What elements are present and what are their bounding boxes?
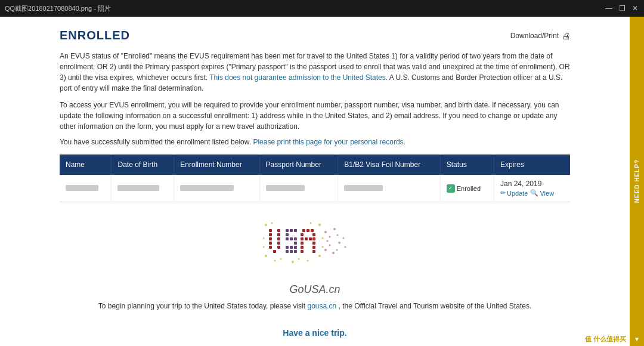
svg-point-64 — [336, 249, 338, 251]
svg-rect-38 — [312, 246, 315, 249]
svg-rect-23 — [286, 250, 289, 253]
action-cell: ✏ Update 🔍 View — [500, 189, 564, 197]
cell-name — [60, 175, 112, 202]
cell-expires: Jan 24, 2019 ✏ Update 🔍 View — [494, 175, 571, 202]
svg-point-56 — [324, 231, 327, 233]
minimize-button[interactable]: — — [605, 4, 613, 13]
svg-rect-35 — [301, 242, 304, 245]
gousa-section: GoUSA.cn To begin planning your trip to … — [60, 214, 570, 346]
enrollment-table: Name Date of Birth Enrollment Number Pas… — [60, 155, 570, 202]
travel-text-pre: To begin planning your trip to the Unite… — [98, 302, 305, 310]
content-area: ENROLLED Download/Print 🖨 An EVUS status… — [0, 17, 630, 346]
col-enrollment: Enrollment Number — [174, 155, 259, 175]
svg-rect-40 — [312, 250, 315, 253]
svg-rect-13 — [294, 229, 297, 232]
svg-rect-25 — [294, 250, 297, 253]
success-pre: You have successfully submitted the enro… — [60, 138, 251, 146]
svg-rect-28 — [311, 229, 314, 232]
svg-point-61 — [333, 228, 336, 230]
gousa-label: GoUSA.cn — [289, 283, 340, 296]
info-paragraph-1: An EVUS status of "Enrolled" means the E… — [60, 51, 570, 94]
svg-rect-4 — [269, 246, 272, 249]
need-help-arrow-icon: ▼ — [634, 336, 640, 342]
svg-rect-31 — [301, 237, 304, 240]
svg-point-67 — [344, 246, 346, 248]
view-link[interactable]: 🔍 View — [530, 189, 554, 197]
expires-date: Jan 24, 2019 — [500, 180, 564, 188]
table-body: ✓ Enrolled Jan 24, 2019 ✏ Update — [60, 175, 570, 202]
cell-enrollment — [174, 175, 259, 202]
svg-rect-6 — [277, 246, 280, 249]
svg-point-50 — [321, 246, 323, 248]
svg-point-66 — [342, 237, 344, 239]
svg-rect-14 — [286, 233, 289, 236]
col-visa: B1/B2 Visa Foil Number — [338, 155, 440, 175]
svg-rect-30 — [312, 233, 315, 236]
titlebar-title: QQ截图20180217080840.png - 照片 — [5, 4, 111, 13]
status-badge-dot: ✓ — [447, 184, 455, 193]
download-print-button[interactable]: Download/Print 🖨 — [510, 31, 570, 41]
restore-button[interactable]: ❐ — [618, 4, 626, 13]
titlebar-controls: — ❐ ✕ — [605, 4, 639, 13]
page-header: ENROLLED Download/Print 🖨 — [60, 29, 570, 42]
svg-rect-20 — [286, 246, 289, 249]
need-help-label: NEED HELP? — [634, 159, 640, 203]
svg-rect-22 — [294, 246, 297, 249]
svg-rect-24 — [290, 250, 293, 253]
status-label: Enrolled — [457, 185, 481, 192]
usa-logo — [263, 220, 367, 280]
view-icon: 🔍 — [530, 189, 538, 197]
col-expires: Expires — [494, 155, 571, 175]
page-title: ENROLLED — [60, 29, 130, 42]
cell-passport — [259, 175, 338, 202]
svg-rect-29 — [301, 233, 304, 236]
svg-point-47 — [271, 223, 273, 224]
close-button[interactable]: ✕ — [631, 4, 639, 13]
svg-point-49 — [321, 237, 323, 239]
svg-rect-11 — [286, 229, 289, 232]
cell-visa — [338, 175, 440, 202]
col-dob: Date of Birth — [112, 155, 174, 175]
window-body: ENROLLED Download/Print 🖨 An EVUS status… — [0, 17, 644, 346]
svg-point-65 — [332, 252, 335, 254]
cell-status: ✓ Enrolled — [440, 175, 494, 202]
svg-point-55 — [306, 260, 308, 262]
svg-rect-5 — [273, 250, 276, 253]
svg-point-60 — [329, 245, 330, 246]
success-message: You have successfully submitted the enro… — [60, 138, 570, 146]
svg-rect-0 — [269, 229, 272, 232]
svg-rect-10 — [277, 229, 280, 232]
table-row: ✓ Enrolled Jan 24, 2019 ✏ Update — [60, 175, 570, 202]
svg-rect-27 — [306, 229, 309, 232]
travel-text-post: , the Official Travel and Tourism websit… — [339, 302, 532, 310]
svg-point-57 — [326, 240, 328, 242]
svg-rect-16 — [290, 237, 293, 240]
svg-rect-1 — [269, 233, 272, 236]
svg-rect-12 — [290, 229, 293, 232]
svg-rect-21 — [290, 246, 293, 249]
svg-rect-18 — [294, 242, 297, 245]
success-link: Please print this page for your personal… — [253, 138, 405, 146]
svg-point-45 — [280, 258, 281, 260]
svg-rect-33 — [309, 237, 312, 240]
travel-link[interactable]: gousa.cn — [307, 302, 336, 310]
need-help-sidebar[interactable]: NEED HELP? ▼ — [630, 17, 644, 346]
svg-point-53 — [292, 261, 294, 263]
svg-rect-36 — [312, 242, 315, 245]
svg-point-42 — [318, 224, 321, 226]
svg-rect-15 — [286, 237, 289, 240]
svg-point-44 — [318, 255, 321, 257]
svg-rect-8 — [277, 237, 280, 240]
svg-point-52 — [263, 246, 265, 248]
svg-rect-9 — [277, 233, 280, 236]
table-header-row: Name Date of Birth Enrollment Number Pas… — [60, 155, 570, 175]
svg-point-58 — [324, 249, 327, 251]
svg-point-41 — [265, 224, 267, 226]
travel-info-text: To begin planning your trip to the Unite… — [98, 302, 531, 310]
col-status: Status — [440, 155, 494, 175]
svg-point-46 — [298, 258, 299, 260]
update-link[interactable]: ✏ Update — [500, 189, 528, 197]
svg-rect-3 — [269, 242, 272, 245]
svg-point-59 — [329, 236, 330, 238]
svg-rect-17 — [294, 237, 297, 240]
